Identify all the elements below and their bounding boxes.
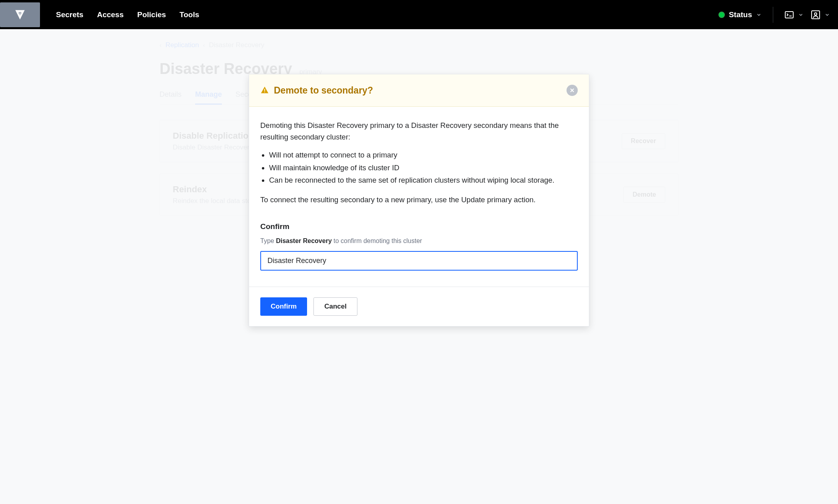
terminal-icon <box>784 10 794 20</box>
svg-point-0 <box>19 12 20 13</box>
svg-rect-11 <box>264 92 265 92</box>
topbar-right: Status <box>718 7 830 23</box>
svg-point-9 <box>814 13 817 15</box>
confirm-section: Confirm Type Disaster Recovery to confir… <box>260 221 578 228</box>
user-icon <box>811 10 820 20</box>
confirm-label: Confirm <box>260 221 578 228</box>
svg-point-2 <box>20 12 21 13</box>
demote-modal: Demote to secondary? Demoting this Disas… <box>249 74 589 228</box>
modal-overlay: Demote to secondary? Demoting this Disas… <box>0 29 838 228</box>
svg-point-4 <box>20 13 20 14</box>
nav-policies[interactable]: Policies <box>137 10 166 19</box>
svg-point-1 <box>20 12 20 13</box>
modal-bullet: Will maintain knowledge of its cluster I… <box>269 162 578 173</box>
close-icon <box>570 88 575 93</box>
status-dropdown[interactable]: Status <box>718 10 762 19</box>
status-label: Status <box>729 10 752 19</box>
close-button[interactable] <box>567 85 578 96</box>
modal-intro: Demoting this Disaster Recovery primary … <box>260 120 578 143</box>
modal-header: Demote to secondary? <box>249 74 589 107</box>
modal-bullet: Will not attempt to connect to a primary <box>269 149 578 161</box>
modal-bullet: Can be reconnected to the same set of re… <box>269 174 578 186</box>
vault-logo-icon <box>14 9 26 20</box>
warning-icon <box>260 86 269 95</box>
svg-point-3 <box>19 13 20 14</box>
nav-links: Secrets Access Policies Tools <box>56 10 199 19</box>
nav-access[interactable]: Access <box>97 10 124 19</box>
user-dropdown[interactable] <box>811 10 830 20</box>
modal-outro: To connect the resulting secondary to a … <box>260 194 578 205</box>
console-dropdown[interactable] <box>784 10 804 20</box>
top-navigation: Secrets Access Policies Tools Status <box>0 0 838 29</box>
modal-bullet-list: Will not attempt to connect to a primary… <box>269 149 578 186</box>
divider <box>773 7 773 23</box>
svg-point-5 <box>20 13 21 14</box>
status-indicator-icon <box>718 12 725 18</box>
modal-title: Demote to secondary? <box>274 85 373 96</box>
chevron-down-icon <box>756 12 762 18</box>
chevron-down-icon <box>824 12 830 18</box>
chevron-down-icon <box>798 12 804 18</box>
nav-secrets[interactable]: Secrets <box>56 10 84 19</box>
svg-rect-7 <box>785 12 793 18</box>
svg-rect-10 <box>264 89 265 91</box>
nav-tools[interactable]: Tools <box>180 10 199 19</box>
svg-point-6 <box>20 14 20 15</box>
modal-body: Demoting this Disaster Recovery primary … <box>249 107 589 228</box>
app-logo[interactable] <box>0 2 40 27</box>
